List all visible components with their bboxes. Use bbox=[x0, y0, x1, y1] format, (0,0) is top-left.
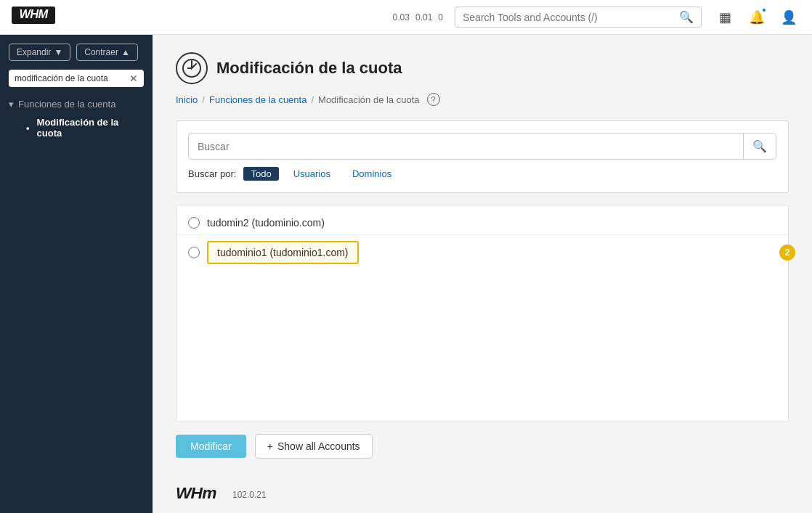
account-search-btn[interactable]: 🔍 bbox=[743, 134, 776, 159]
user-icon-btn[interactable]: 👤 bbox=[777, 6, 800, 29]
account-radio-tudominio1[interactable] bbox=[188, 247, 200, 258]
show-accounts-button[interactable]: + Show all Accounts bbox=[255, 434, 373, 459]
sidebar-section-header-cuenta[interactable]: ▾ Funciones de la cuenta bbox=[9, 99, 144, 110]
account-item-tudomin2[interactable]: tudomin2 (tudominio.com) bbox=[176, 211, 788, 235]
metric-3: 0 bbox=[438, 12, 443, 22]
expand-button[interactable]: Expandir ▼ bbox=[9, 44, 70, 61]
account-radio-tudomin2[interactable] bbox=[188, 217, 200, 229]
collapse-label: Contraer bbox=[84, 47, 118, 57]
accounts-list: tudomin2 (tudominio.com) tudominio1 (tud… bbox=[176, 205, 789, 422]
sidebar-search-input[interactable] bbox=[15, 73, 125, 83]
expand-label: Expandir bbox=[17, 47, 51, 57]
global-search-input[interactable] bbox=[463, 12, 673, 23]
metric-1: 0.03 bbox=[393, 12, 410, 22]
filter-label: Buscar por: bbox=[188, 168, 236, 179]
footer-logo: WHm bbox=[176, 482, 227, 504]
chevron-down-icon: ▾ bbox=[9, 99, 14, 110]
sidebar-section-title: Funciones de la cuenta bbox=[18, 99, 115, 110]
expand-icon: ▼ bbox=[54, 47, 62, 57]
layout: Expandir ▼ Contraer ▲ ✕ ▾ Funciones de l… bbox=[0, 35, 812, 513]
sidebar-search[interactable]: ✕ bbox=[9, 70, 144, 87]
plus-icon: + bbox=[267, 440, 273, 452]
breadcrumb-section[interactable]: Funciones de la cuenta bbox=[209, 94, 306, 105]
footer: WHm 102.0.21 bbox=[176, 482, 789, 504]
topbar: WHM 0.03 0.01 0 🔍 ▦ 🔔 👤 bbox=[0, 0, 812, 35]
topbar-icons: ▦ 🔔 👤 bbox=[713, 6, 800, 29]
filter-row: Buscar por: Todo Usuarios Dominios bbox=[188, 167, 776, 181]
apps-icon: ▦ bbox=[719, 9, 731, 25]
breadcrumb-sep-1: / bbox=[202, 94, 205, 105]
breadcrumb: Inicio / Funciones de la cuenta / Modifi… bbox=[176, 93, 789, 106]
page-icon bbox=[176, 52, 208, 84]
notifications-icon-btn[interactable]: 🔔 bbox=[745, 6, 768, 29]
step-badge: 2 bbox=[779, 245, 795, 260]
footer-version: 102.0.21 bbox=[232, 490, 267, 500]
svg-text:WHM: WHM bbox=[20, 7, 49, 20]
filter-domains[interactable]: Dominios bbox=[345, 167, 399, 181]
sidebar-item-label: Modificación de la cuota bbox=[37, 117, 135, 139]
collapse-icon: ▲ bbox=[121, 47, 130, 57]
collapse-button[interactable]: Contraer ▲ bbox=[76, 44, 138, 61]
user-icon: 👤 bbox=[781, 9, 797, 25]
whm-logo: WHM bbox=[12, 4, 55, 31]
sidebar-item-modificacion[interactable]: Modificación de la cuota bbox=[9, 112, 144, 143]
main-content: Modificación de la cuota Inicio / Funcio… bbox=[153, 35, 812, 513]
search-input-row[interactable]: 🔍 bbox=[188, 133, 776, 160]
sidebar-section-cuenta: ▾ Funciones de la cuenta Modificación de… bbox=[0, 93, 153, 149]
notification-badge bbox=[761, 7, 767, 13]
show-accounts-label: Show all Accounts bbox=[277, 440, 360, 452]
account-item-tudominio1[interactable]: tudominio1 (tudominio1.com) 2 bbox=[176, 235, 788, 270]
action-row: Modificar + Show all Accounts bbox=[176, 434, 789, 459]
topbar-metrics: 0.03 0.01 0 bbox=[393, 12, 443, 22]
page-header: Modificación de la cuota bbox=[176, 52, 789, 84]
metric-2: 0.01 bbox=[415, 12, 432, 22]
sidebar-actions: Expandir ▼ Contraer ▲ bbox=[0, 35, 153, 70]
apps-icon-btn[interactable]: ▦ bbox=[713, 6, 736, 29]
global-search-icon[interactable]: 🔍 bbox=[679, 10, 694, 24]
account-search-input[interactable] bbox=[189, 135, 743, 158]
global-search-bar[interactable]: 🔍 bbox=[455, 7, 702, 28]
sidebar-search-clear[interactable]: ✕ bbox=[129, 73, 138, 84]
account-label-tudominio1: tudominio1 (tudominio1.com) bbox=[207, 241, 359, 264]
breadcrumb-home[interactable]: Inicio bbox=[176, 94, 198, 105]
filter-users[interactable]: Usuarios bbox=[286, 167, 338, 181]
sidebar: Expandir ▼ Contraer ▲ ✕ ▾ Funciones de l… bbox=[0, 35, 153, 513]
breadcrumb-current: Modificación de la cuota bbox=[318, 94, 419, 105]
filter-all[interactable]: Todo bbox=[243, 167, 278, 181]
search-panel: 🔍 Buscar por: Todo Usuarios Dominios bbox=[176, 120, 789, 193]
modify-button[interactable]: Modificar bbox=[176, 435, 246, 458]
page-title: Modificación de la cuota bbox=[216, 59, 402, 78]
help-icon[interactable]: ? bbox=[427, 93, 440, 106]
breadcrumb-sep-2: / bbox=[311, 94, 314, 105]
svg-text:WHm: WHm bbox=[176, 483, 216, 502]
account-label-tudomin2: tudomin2 (tudominio.com) bbox=[207, 217, 325, 229]
